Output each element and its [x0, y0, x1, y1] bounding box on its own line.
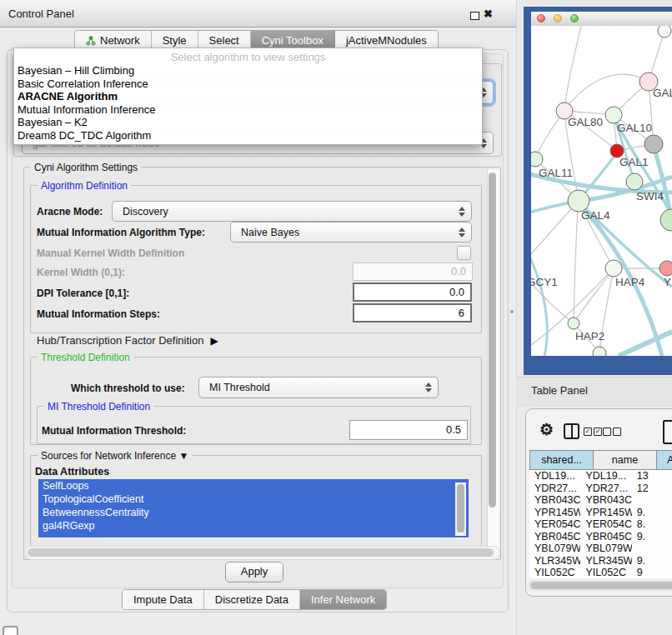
table-panel-header: Table Panel [516, 377, 672, 406]
network-edge[interactable] [619, 332, 672, 356]
panel-splitter-handle[interactable] [510, 310, 514, 313]
algorithm-option-bayesian-hill-climbing[interactable]: Bayesian – Hill Climbing [18, 64, 134, 77]
network-canvas[interactable]: GAL7GAL80GAL10GAL1SWI4GAL11GAL4GCY1HAP4Y… [531, 26, 672, 356]
table-cell[interactable]: YBR045C [529, 531, 580, 543]
table-cell[interactable]: YDL19... [580, 470, 631, 482]
table-cell[interactable]: 12 [632, 482, 672, 495]
table-cell[interactable]: YDR27... [580, 482, 631, 495]
network-node[interactable] [593, 347, 606, 356]
table-cell[interactable]: YLR345W [529, 555, 580, 568]
table-row[interactable]: YDR27...YDR27...12 [529, 482, 672, 495]
mi-steps-field[interactable]: 6 [353, 303, 472, 322]
select-all-checks-icon[interactable]: ✓✓ [584, 428, 604, 442]
table-cell[interactable]: YPR145W [580, 507, 631, 519]
network-edge[interactable] [564, 74, 649, 111]
attribute-item-betweennesscentrality[interactable]: BetweennessCentrality [38, 506, 469, 519]
algorithm-option-mutual-information-inference[interactable]: Mutual Information Inference [18, 103, 155, 116]
table-cell[interactable]: YDL19... [529, 470, 580, 482]
algorithm-option-basic-correlation-inference[interactable]: Basic Correlation Inference [18, 78, 148, 90]
apply-button[interactable]: Apply [225, 562, 283, 582]
network-node-hap2[interactable] [568, 318, 579, 329]
table-cell[interactable]: YER054C [529, 518, 580, 531]
table-cell[interactable]: YBR043C [529, 494, 580, 507]
settings-horizontal-scrollbar-thumb[interactable] [28, 548, 494, 557]
network-graph[interactable]: GAL7GAL80GAL10GAL1SWI4GAL11GAL4GCY1HAP4Y… [531, 26, 672, 356]
tab-infer-network[interactable]: Infer Network [300, 590, 386, 609]
algorithm-option-dream8-dc-tdc-algorithm[interactable]: Dream8 DC_TDC Algorithm [18, 129, 151, 142]
table-cell[interactable]: 13 [632, 470, 672, 482]
dpi-tolerance-field[interactable]: 0.0 [353, 282, 472, 302]
mi-type-combo[interactable]: Naive Bayes [230, 222, 472, 242]
attribute-item-selfloops[interactable]: SelfLoops [38, 479, 469, 492]
which-threshold-combo[interactable]: MI Threshold [198, 377, 439, 398]
table-row[interactable]: YDL19...YDL19...13 [529, 470, 672, 482]
attribute-item-partial[interactable] [38, 532, 469, 538]
table-cell[interactable]: YBL079W [580, 542, 631, 555]
column-header-3[interactable]: A [656, 450, 672, 470]
table-cell[interactable]: 9 [632, 567, 672, 578]
table-cell[interactable]: YBR045C [580, 531, 631, 543]
close-traffic-icon[interactable] [537, 14, 545, 22]
table-cell[interactable]: 9. [632, 531, 672, 543]
network-node[interactable] [660, 209, 672, 231]
table-row[interactable]: YBL079WYBL079W [529, 542, 672, 555]
table-cell[interactable]: YBL079W [529, 542, 580, 555]
table-cell[interactable]: 8. [632, 518, 672, 531]
table-cell[interactable]: 9. [632, 555, 672, 568]
network-node-y[interactable] [659, 261, 672, 276]
column-header-2[interactable]: name [593, 450, 657, 470]
table-row[interactable]: YBR043CYBR043C [529, 494, 672, 507]
table-cell[interactable]: YDR27... [529, 482, 580, 495]
table-cell[interactable] [632, 542, 672, 555]
tab-impute-data[interactable]: Impute Data [123, 590, 204, 609]
network-edge[interactable] [564, 26, 581, 111]
table-row[interactable]: YBR045CYBR045C9. [529, 531, 672, 543]
table-cell[interactable]: YBR043C [580, 494, 631, 507]
table-row[interactable]: YPR145WYPR145W9. [529, 507, 672, 519]
network-node[interactable] [658, 26, 671, 38]
kernel-width-field[interactable]: 0.0 [353, 262, 473, 281]
tab-discretize-data[interactable]: Discretize Data [204, 590, 300, 609]
manual-kernel-checkbox[interactable] [457, 246, 471, 260]
table-cell[interactable]: YER054C [580, 518, 631, 531]
settings-vertical-scrollbar-thumb[interactable] [489, 172, 496, 508]
network-node-swi4[interactable] [626, 173, 643, 190]
attributes-scrollbar-thumb[interactable] [457, 484, 464, 532]
table-cell[interactable]: YPR145W [529, 507, 580, 519]
network-node-hap4[interactable] [605, 260, 622, 277]
algorithm-option-aracne-algorithm[interactable]: ARACNE Algorithm [18, 90, 118, 102]
table-row[interactable]: YLR345WYLR345W9. [529, 555, 672, 568]
unselect-all-checks-icon[interactable] [603, 428, 623, 442]
collapse-arrow-icon[interactable]: ▼ [178, 450, 188, 462]
network-node-gal10[interactable] [605, 107, 622, 123]
network-node-gal11[interactable] [531, 152, 543, 167]
table-row[interactable]: YER054CYER054C8. [529, 518, 672, 531]
mi-threshold-field[interactable]: 0.5 [349, 420, 468, 440]
algorithm-option-bayesian-k2[interactable]: Bayesian – K2 [18, 116, 88, 128]
column-header-1[interactable]: shared... [529, 450, 594, 470]
table-cell[interactable]: YIL052C [529, 567, 580, 578]
network-edge[interactable] [580, 152, 617, 198]
hub-definition-expander[interactable]: Hub/Transcription Factor Definition▶ [37, 334, 218, 347]
gear-icon[interactable]: ⚙ [539, 420, 554, 439]
table-row[interactable]: YIL052CYIL052C9 [529, 567, 672, 578]
table-cell[interactable] [632, 494, 672, 507]
table-horizontal-scrollbar-thumb[interactable] [530, 582, 672, 589]
table-cell[interactable]: YIL052C [580, 567, 631, 578]
network-edge[interactable] [574, 268, 614, 323]
columns-icon[interactable] [564, 423, 579, 439]
minimize-traffic-icon[interactable] [554, 14, 562, 22]
table-body[interactable]: YDL19...YDL19...13YDR27...YDR27...12YBR0… [529, 470, 672, 578]
zoom-traffic-icon[interactable] [570, 14, 579, 22]
close-icon[interactable]: ✖ [484, 8, 493, 20]
table-cell[interactable]: YLR345W [580, 555, 631, 568]
data-attributes-list[interactable]: SelfLoopsTopologicalCoefficientBetweenne… [38, 479, 469, 538]
network-node[interactable] [644, 135, 663, 153]
float-window-icon[interactable] [470, 12, 479, 20]
corner-window-icon[interactable] [3, 626, 18, 635]
aracne-mode-combo[interactable]: Discovery [112, 201, 472, 222]
new-table-icon[interactable] [663, 420, 672, 444]
attribute-item-topologicalcoefficient[interactable]: TopologicalCoefficient [38, 492, 469, 506]
attribute-item-gal4rgexp[interactable]: gal4RGexp [38, 519, 469, 532]
table-cell[interactable]: 9. [632, 507, 672, 519]
